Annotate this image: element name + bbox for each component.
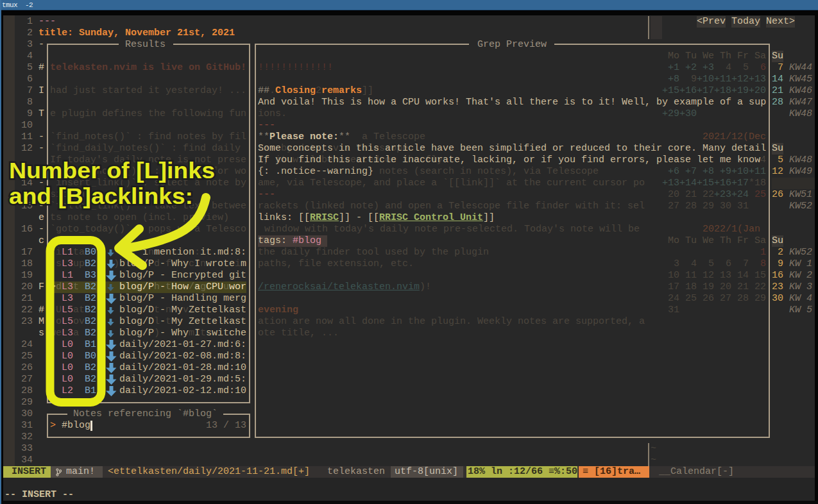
- svg-text:Number of [L]inks: Number of [L]inks: [9, 158, 215, 183]
- svg-text:and [B]acklinks:: and [B]acklinks:: [9, 183, 193, 208]
